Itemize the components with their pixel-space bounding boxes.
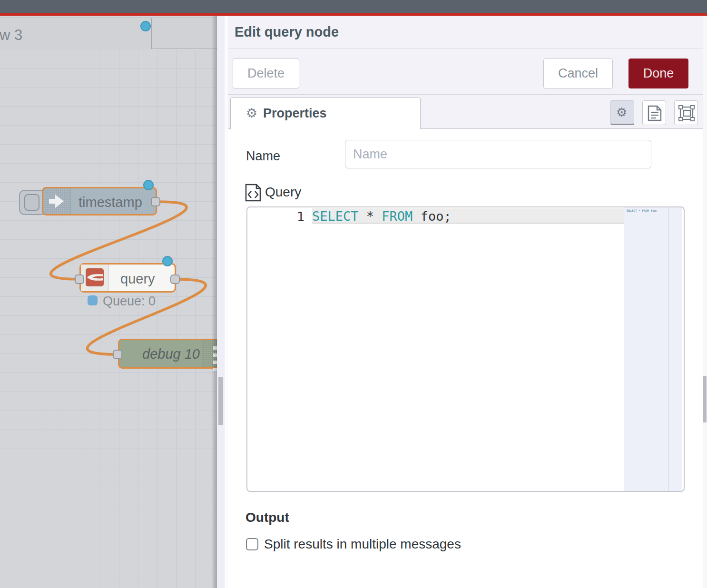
node-query[interactable]: query — [79, 263, 176, 293]
query-status-text: Queue: 0 — [103, 294, 156, 309]
code-line[interactable]: SELECT * FROM foo; — [312, 209, 452, 224]
sql-keyword: SELECT — [312, 209, 359, 224]
properties-form: Name Query 1 SELECT * FROM foo; SELECT *… — [228, 129, 707, 588]
properties-tab-label: Properties — [263, 106, 327, 121]
node-label: timestamp — [79, 195, 142, 210]
node-label: query — [120, 271, 155, 287]
editor-tab-row: ⚙ Properties ⚙ — [228, 95, 707, 129]
code-file-icon — [245, 184, 261, 202]
name-input[interactable] — [345, 140, 651, 168]
node-modified-dot-icon — [162, 256, 173, 266]
page-scrollbar[interactable] — [703, 16, 707, 588]
node-appearance-button[interactable] — [674, 100, 698, 125]
node-modified-dot-icon — [143, 180, 154, 190]
port-query-input[interactable] — [75, 274, 84, 284]
query-node-icon-section — [81, 265, 109, 291]
minimap-divider — [668, 207, 668, 491]
inject-trigger-button-face[interactable] — [24, 194, 39, 211]
flow-tab-active[interactable]: w 3 — [0, 18, 151, 50]
node-label: debug 10 — [142, 346, 200, 362]
tray-button-row: Delete Cancel Done — [228, 49, 707, 95]
sql-text: foo; — [421, 209, 452, 224]
node-inject-timestamp[interactable]: timestamp — [42, 187, 157, 216]
sql-code-editor[interactable]: 1 SELECT * FROM foo; SELECT * FROM foo; — [246, 206, 685, 492]
split-results-checkbox[interactable] — [246, 538, 258, 550]
flow-canvas[interactable]: timestamp query debug 10 — [0, 50, 217, 588]
cancel-button[interactable]: Cancel — [543, 59, 613, 88]
done-button[interactable]: Done — [628, 59, 688, 88]
node-properties-button[interactable]: ⚙ — [610, 100, 634, 125]
sql-text — [412, 209, 420, 224]
tab-properties[interactable]: ⚙ Properties — [230, 98, 421, 129]
line-number: 1 — [247, 209, 304, 224]
document-icon — [648, 105, 662, 121]
port-inject-output[interactable] — [151, 197, 160, 206]
editor-minimap[interactable]: SELECT * FROM foo; — [624, 207, 682, 491]
tray-header: Edit query node — [228, 16, 707, 49]
page-scrollbar-thumb[interactable] — [703, 376, 707, 422]
minimap-code-preview: SELECT * FROM foo; — [627, 209, 658, 212]
node-description-button[interactable] — [642, 100, 666, 125]
output-section-heading: Output — [245, 510, 289, 525]
dialog-title: Edit query node — [235, 24, 339, 40]
flow-tab-label: w 3 — [0, 27, 22, 44]
flow-modified-dot-icon — [140, 21, 151, 31]
delete-button[interactable]: Delete — [233, 59, 299, 88]
port-debug-input[interactable] — [113, 350, 122, 359]
appearance-group-icon — [678, 105, 695, 121]
gear-icon: ⚙ — [246, 106, 257, 120]
sql-operator: * — [359, 209, 382, 224]
sql-keyword: FROM — [382, 209, 412, 224]
name-label: Name — [246, 149, 280, 164]
flow-tab-next[interactable] — [151, 18, 220, 49]
gear-icon: ⚙ — [616, 105, 627, 119]
mysql-icon — [86, 268, 104, 286]
split-results-label: Split results in multiple messages — [264, 537, 461, 552]
tray-shadow — [211, 16, 217, 588]
inject-arrow-icon — [47, 192, 66, 211]
edit-node-tray: Edit query node Delete Cancel Done ⚙ Pro… — [225, 16, 707, 588]
flow-tab-bar: w 3 — [0, 16, 217, 49]
app-header-bar — [0, 0, 707, 13]
wire-layer — [0, 50, 217, 588]
query-label: Query — [265, 185, 301, 200]
node-debug-10[interactable]: debug 10 — [118, 339, 217, 369]
node-red-window: w 3 timestamp — [0, 0, 707, 588]
inject-node-icon-section — [43, 188, 70, 214]
tray-scrollbar-thumb[interactable] — [218, 377, 223, 425]
query-status-dot-icon — [88, 295, 98, 305]
port-query-output[interactable] — [170, 274, 180, 284]
tray-scrollbar[interactable] — [217, 16, 225, 588]
